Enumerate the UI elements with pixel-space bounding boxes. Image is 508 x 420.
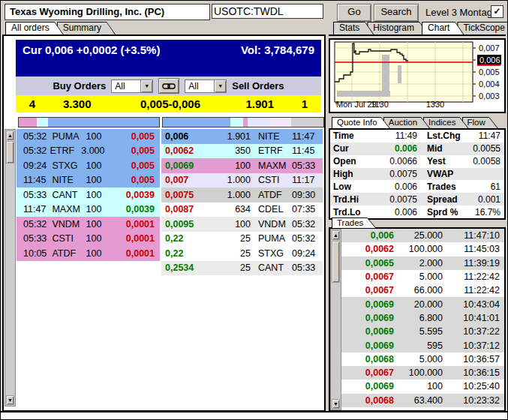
buy-order-row[interactable]: 05:33CANT1000,0039 (17, 188, 160, 202)
trade-row[interactable]: 0,00696.80010:41:01 (341, 311, 504, 325)
trade-row[interactable]: 0,0067100.00010:36:15 (341, 366, 504, 380)
tab-all-orders[interactable]: All orders (5, 22, 64, 34)
quote-info-row: Trd.Hi0.0075Spread0.001 (330, 193, 504, 206)
book-scrollbar[interactable]: ▲ ▼ (5, 129, 16, 406)
order-size: 100 (86, 219, 113, 230)
quote-label: Mid (417, 143, 472, 154)
tab-quote-info[interactable]: Quote Info (332, 117, 390, 128)
order-filter-bar: Buy Orders All ▼ All ▼ Sell Orders (16, 76, 321, 95)
tab-flow[interactable]: Flow (462, 117, 498, 128)
trades-panel: ▲ ▼ 0,00625.00011:47:100,0062100.00011:4… (329, 227, 506, 412)
trade-row[interactable]: 0,00652.00011:39:19 (341, 256, 504, 270)
buy-order-row[interactable]: 10:05ATDF1000,0001 (17, 246, 160, 261)
quote-label: Time (330, 130, 369, 141)
status-strip (1, 411, 507, 419)
sell-order-row[interactable]: 0,0061.901NITE11:47 (161, 129, 323, 144)
market-maker: PUMA (258, 233, 292, 244)
trade-time: 11:22:42 (453, 272, 504, 282)
scrollbar-thumb[interactable] (6, 141, 14, 164)
market-maker: VNDM (52, 219, 86, 230)
trade-row[interactable]: 0,006863.40010:23:32 (341, 394, 504, 407)
scroll-down-icon[interactable]: ▼ (6, 395, 14, 405)
buy-order-row[interactable]: 11:47MAXM1000,0039 (17, 202, 160, 218)
buy-order-row[interactable]: 05:32VNDM1000,0001 (17, 217, 160, 232)
trade-price: 0,0067 (341, 272, 394, 282)
sell-order-row[interactable]: 0,2225STXG09:24 (161, 246, 323, 261)
quote-value: 0.0075 (369, 194, 417, 205)
trades-list: 0,00625.00011:47:100,0062100.00011:45:03… (341, 229, 504, 410)
bid-price: 0,005 (106, 98, 169, 110)
buy-order-row[interactable]: 09:24STXG1000,005 (17, 158, 160, 173)
sell-order-row[interactable]: 0,253425CANT05:33 (161, 261, 323, 276)
market-maker: ETRF (50, 146, 82, 156)
trade-row[interactable]: 0,0062100.00011:45:03 (341, 242, 504, 256)
sell-order-row[interactable]: 0,0069100MAXM05:33 (161, 158, 323, 173)
chevron-down-icon[interactable]: ▼ (214, 80, 226, 92)
trade-row[interactable]: 0,006766.00011:22:42 (341, 284, 504, 297)
level3-montage-label: Level 3 Montage (425, 7, 497, 18)
trade-row[interactable]: 0,00695.59510:37:22 (341, 325, 504, 338)
trade-row[interactable]: 0,006920.00010:43:04 (341, 297, 504, 310)
current-price-text: Cur 0,006 +0,0002 (+3.5%) (23, 44, 160, 76)
sell-order-row[interactable]: 0,0087634CDEL07:35 (161, 202, 323, 218)
quote-value: 61 (472, 182, 504, 192)
order-size: 100 (86, 190, 113, 200)
trades-scrollbar[interactable]: ▲ ▼ (330, 229, 341, 410)
trade-time: 11:39:19 (453, 258, 504, 268)
trade-row[interactable]: 0,00675.00011:22:42 (341, 270, 504, 284)
scroll-down-icon[interactable]: ▼ (332, 399, 340, 409)
tab-tickscope[interactable]: TickScope (457, 22, 508, 34)
scrollbar-thumb[interactable] (332, 241, 340, 283)
sell-orders-label: Sell Orders (232, 80, 284, 92)
sell-order-row[interactable]: 0,0071.000CSTI11:17 (161, 173, 323, 188)
trade-price: 0,0068 (341, 395, 394, 406)
quote-value: 0.0055 (472, 143, 504, 154)
search-button[interactable]: Search (374, 4, 419, 22)
sell-order-row[interactable]: 0,0062350ETRF11:45 (161, 144, 323, 159)
trade-row[interactable]: 0,006910010:25:40 (341, 380, 504, 393)
quote-label: Yest (417, 156, 472, 166)
scroll-up-icon[interactable]: ▲ (332, 230, 340, 240)
buy-order-row[interactable]: 05:32ETRF3.0000,005 (17, 144, 160, 159)
market-maker: NITE (52, 175, 86, 185)
trade-size: 63.400 (394, 395, 453, 406)
scroll-up-icon[interactable]: ▲ (6, 130, 14, 140)
order-price: 0,0039 (113, 204, 160, 214)
buy-filter-select[interactable]: All ▼ (111, 80, 153, 93)
trade-row[interactable]: 0,00625.00011:47:10 (341, 229, 504, 242)
buy-filter-value: All (112, 80, 140, 92)
ticker-input[interactable] (212, 4, 323, 19)
level3-montage-checkbox[interactable]: ✓ (491, 5, 503, 18)
tab-auction[interactable]: Auction (383, 117, 430, 128)
sell-order-row[interactable]: 0,2225PUMA05:32 (161, 232, 323, 247)
market-maker: ATDF (52, 248, 86, 259)
order-time: 07:35 (292, 204, 323, 214)
quote-label: Trades (417, 182, 472, 192)
trade-price: 0,0069 (341, 299, 394, 310)
sell-order-row[interactable]: 0,00751.000ATDF09:30 (161, 188, 323, 202)
sell-filter-select[interactable]: All ▼ (185, 80, 227, 93)
bid-size: 3.300 (49, 98, 106, 110)
link-filters-button[interactable] (158, 78, 179, 94)
order-time: 11:45 (292, 146, 323, 156)
tab-histogram[interactable]: Histogram (367, 22, 428, 34)
quote-info-row: High0.0075VWAP (330, 168, 504, 181)
sell-order-row[interactable]: 0,0095100VNDM05:32 (161, 217, 323, 232)
trade-row[interactable]: 0,006959510:37:12 (341, 338, 504, 352)
buy-order-row[interactable]: 05:32PUMA1000,005 (17, 129, 160, 144)
trade-row[interactable]: 0,00685.00010:36:57 (341, 352, 504, 366)
tab-summary[interactable]: Summary (57, 22, 116, 34)
buy-order-row[interactable]: 05:33CSTI1000,0001 (17, 232, 160, 247)
trade-time: 11:22:42 (453, 285, 504, 296)
order-time: 05:33 (17, 233, 52, 244)
trade-price: 0,0069 (341, 313, 394, 323)
trade-size: 25.000 (394, 230, 453, 241)
order-price: 0,0062 (161, 146, 210, 156)
chevron-down-icon[interactable]: ▼ (140, 80, 152, 92)
buy-order-row[interactable]: 11:45NITE1000,005 (17, 173, 160, 188)
go-button[interactable]: Go (337, 4, 371, 22)
order-time: 10:05 (17, 248, 52, 259)
quote-value: 11:49 (369, 130, 417, 141)
tab-indices[interactable]: Indices (423, 117, 468, 128)
trade-size: 100.000 (394, 244, 453, 254)
